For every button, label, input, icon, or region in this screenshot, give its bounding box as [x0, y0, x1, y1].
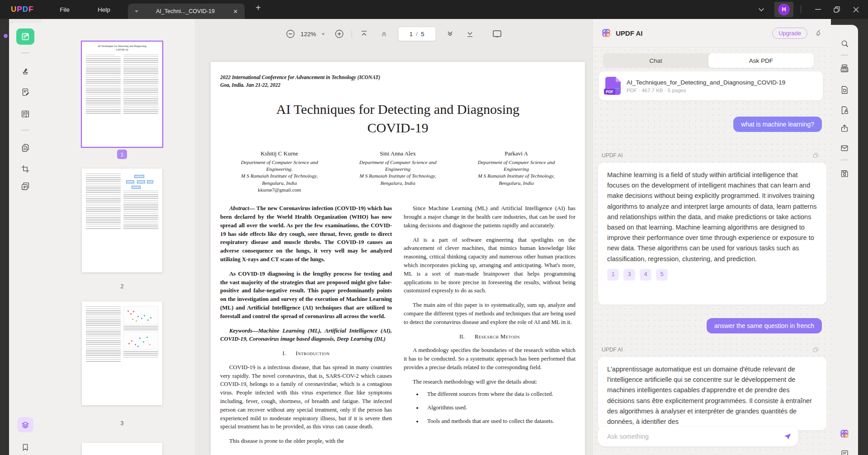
- upgrade-button[interactable]: Upgrade: [772, 28, 807, 39]
- ocr-button[interactable]: OCR: [837, 61, 852, 75]
- chat-input[interactable]: [607, 433, 783, 440]
- bullet-item: Algorithms used.: [423, 403, 576, 412]
- authors-block: Kshitij C Kurne Department of Computer S…: [220, 150, 576, 193]
- intro-paragraph-1: COVID-19 is a infectious disease, that h…: [220, 363, 392, 431]
- user-message-2: answer the same question in french: [707, 318, 822, 333]
- menu-help[interactable]: Help: [90, 6, 118, 13]
- page-chip[interactable]: 1: [607, 269, 619, 281]
- user-message-1: what is machine learning?: [733, 117, 822, 132]
- toolbar-divider: [21, 52, 29, 53]
- previous-page-button[interactable]: [376, 26, 392, 42]
- zoom-dropdown-caret-icon[interactable]: [319, 26, 328, 42]
- thumbnail-page-1[interactable]: AI Techniques for Detecting and Diagnosi…: [82, 42, 162, 147]
- updf-logo: U P D F: [11, 5, 33, 14]
- ai-panel-title: UPDF AI: [616, 29, 642, 37]
- convert-button[interactable]: [837, 83, 852, 97]
- save-button[interactable]: [837, 166, 852, 181]
- page-2-label: 2: [82, 283, 162, 290]
- methods-paragraph-1: A methodology specifies the boundaries o…: [404, 346, 576, 371]
- titlebar: U P D F File Help AI_Techni..._COVID-19 …: [0, 0, 868, 19]
- section-number: I.: [283, 350, 286, 356]
- share-button[interactable]: [837, 121, 852, 136]
- book-layout-icon: [20, 109, 30, 119]
- thumbnail-page-2[interactable]: [82, 169, 162, 272]
- right-column: Since Machine Learning (ML) and Artifici…: [404, 204, 576, 451]
- ai-response-header: UPDF AI: [602, 346, 819, 353]
- rail-divider: [841, 55, 848, 56]
- page-chip[interactable]: 5: [656, 269, 668, 281]
- new-tab-button[interactable]: +: [252, 3, 264, 13]
- ml-paragraph-2: AI is a part of software engineering tha…: [404, 236, 576, 296]
- conference-header-line1: 2022 International Conference for Advanc…: [220, 74, 576, 81]
- feedback-comment-button[interactable]: [837, 446, 852, 455]
- account-button[interactable]: H: [774, 2, 793, 17]
- logo-letter: U: [11, 5, 17, 14]
- slides-button[interactable]: [16, 178, 34, 194]
- thumbnail-page-3[interactable]: [82, 301, 162, 405]
- menu-file[interactable]: File: [52, 6, 78, 13]
- tab-ask-pdf[interactable]: Ask PDF: [708, 53, 814, 68]
- toolbar-divider: [351, 30, 352, 38]
- section-number: II.: [459, 333, 465, 340]
- updf-ai-shortcut-button[interactable]: [837, 427, 852, 441]
- zoom-out-button[interactable]: [283, 26, 298, 42]
- author-name: Sini Anna Alex: [339, 150, 457, 158]
- zoom-in-button[interactable]: [331, 26, 347, 42]
- reader-icon: [20, 32, 30, 42]
- page-chip[interactable]: 3: [623, 269, 635, 281]
- organize-pages-button[interactable]: [16, 140, 34, 156]
- page-number-input[interactable]: 1 / 5: [398, 27, 436, 41]
- viewer-toolbar: 122% 1 / 5: [283, 26, 505, 42]
- crop-button[interactable]: [16, 161, 34, 177]
- copy-icon[interactable]: [812, 346, 819, 353]
- current-page: 1: [410, 31, 413, 38]
- author-city: Bengaluru, India: [457, 180, 576, 187]
- thumbnail-page-4[interactable]: [82, 443, 162, 455]
- tab-close-icon[interactable]: ✕: [232, 8, 239, 15]
- titlebar-divider: [801, 6, 801, 13]
- clear-chat-brush-icon[interactable]: [814, 28, 823, 38]
- zoom-level[interactable]: 122%: [298, 31, 319, 38]
- next-page-button[interactable]: [442, 26, 458, 42]
- pdf-file-card[interactable]: PDF AI_Techniques_for_Detecting_and_Diag…: [599, 71, 823, 100]
- page-layout-button[interactable]: [16, 106, 34, 122]
- pdf-viewer: 122% 1 / 5: [195, 19, 592, 455]
- author-dept: Department of Computer Science and Engin…: [234, 159, 325, 173]
- document-tab[interactable]: AI_Techni..._COVID-19 ✕: [128, 4, 245, 19]
- tab-caret-icon[interactable]: [134, 9, 139, 13]
- ai-response-1: Machine learning is a field of study wit…: [598, 163, 826, 305]
- page-chip[interactable]: 4: [640, 269, 651, 281]
- send-icon[interactable]: [783, 432, 792, 441]
- last-page-button[interactable]: [462, 26, 477, 42]
- reader-mode-button[interactable]: [16, 28, 34, 45]
- page-1-badge: 1: [117, 150, 127, 159]
- minimize-button[interactable]: [808, 0, 827, 19]
- logo-letter: F: [28, 5, 33, 14]
- copy-icon[interactable]: [812, 152, 819, 159]
- highlighter-icon: [20, 66, 30, 76]
- abstract-text: The new Coronavirus infection (COVID-19)…: [220, 205, 392, 263]
- protect-button[interactable]: [837, 103, 852, 117]
- restore-button[interactable]: [827, 0, 846, 19]
- layers-panel-button[interactable]: [17, 417, 33, 432]
- close-button[interactable]: [846, 0, 865, 19]
- right-rail: OCR: [831, 19, 868, 455]
- mail-button[interactable]: [837, 141, 852, 155]
- author-name: Parkavi A: [457, 150, 576, 158]
- author-name: Kshitij C Kurne: [220, 150, 339, 158]
- titlebar-chevron-down-icon[interactable]: [758, 8, 764, 12]
- presentation-mode-button[interactable]: [489, 26, 505, 42]
- highlighter-button[interactable]: [16, 63, 34, 79]
- bookmark-button[interactable]: [16, 439, 34, 455]
- tab-chat[interactable]: Chat: [603, 53, 708, 68]
- logo-letter: P: [17, 5, 22, 14]
- search-button[interactable]: [837, 36, 852, 51]
- first-page-button[interactable]: [356, 26, 372, 42]
- intro-paragraph-2: This disease is prone to the older peopl…: [220, 437, 392, 446]
- annotate-button[interactable]: [16, 84, 34, 100]
- author-dept: Department of Computer Science and Engin…: [471, 159, 561, 173]
- chat-input-bar: [598, 426, 798, 446]
- author-institution: M S Ramaiah Institute of Technology,: [457, 173, 576, 179]
- avatar: H: [778, 4, 790, 15]
- pdf-page[interactable]: 2022 International Conference for Advanc…: [211, 62, 585, 455]
